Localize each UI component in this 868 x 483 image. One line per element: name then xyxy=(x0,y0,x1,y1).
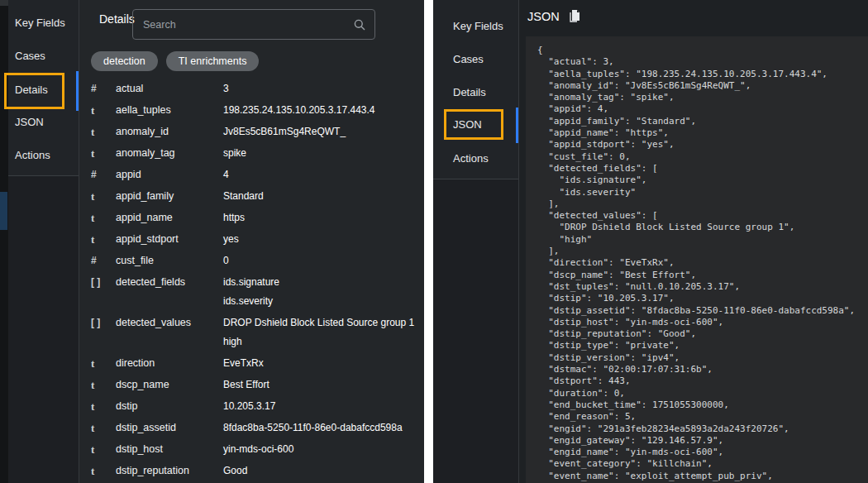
field-row: t appid_stdport yes xyxy=(91,230,424,249)
json-raw-text: { "actual": 3, "aella_tuples": "198.235.… xyxy=(537,45,868,483)
field-row: t dstip_host yin-mds-oci-600 xyxy=(91,440,424,459)
sidebar-item-key-fields[interactable]: Key Fields xyxy=(433,20,538,35)
sidebar-item-details[interactable]: Details xyxy=(433,86,538,101)
field-row: [ ] detected_fields ids.signature ids.se… xyxy=(91,273,424,311)
type-text-icon: t xyxy=(91,144,116,163)
field-name: appid_family xyxy=(116,187,223,206)
json-code-panel[interactable]: { "actual": 3, "aella_tuples": "198.235.… xyxy=(526,36,868,483)
sidebar-lower-area xyxy=(8,176,79,483)
filter-pill-detection[interactable]: detection xyxy=(91,51,158,71)
field-name: dstip xyxy=(116,397,223,416)
filter-pill-ti-enrichments[interactable]: TI enrichments xyxy=(166,51,260,71)
field-row: t dstip_assetid 8fdac8ba-5250-11f0-86e0-… xyxy=(91,418,424,438)
field-name: actual xyxy=(116,79,223,98)
field-row: # cust_file 0 xyxy=(91,251,424,270)
json-panel-title: JSON xyxy=(527,10,560,23)
field-value: DROP Dshield Block Listed Source group 1… xyxy=(223,313,424,351)
field-row: [ ] detected_values DROP Dshield Block L… xyxy=(91,313,424,351)
field-row: t direction EveTxRx xyxy=(91,354,424,373)
search-input[interactable] xyxy=(133,10,374,39)
field-name: anomaly_tag xyxy=(116,144,223,163)
field-name: appid_stdport xyxy=(116,230,223,249)
field-row: t dstip_reputation Good xyxy=(91,461,424,481)
type-number-icon: # xyxy=(91,251,116,270)
field-name: appid xyxy=(116,165,223,184)
field-value: 0 xyxy=(223,251,424,270)
search-box xyxy=(132,9,375,40)
sidebar-item-cases[interactable]: Cases xyxy=(433,53,538,68)
edge-strip-selected-highlight xyxy=(0,192,7,230)
sidebar-item-cases[interactable]: Cases xyxy=(8,50,85,65)
field-value: Best Effort xyxy=(223,375,424,395)
field-row: t aella_tuples 198.235.24.135.10.205.3.1… xyxy=(91,101,424,120)
type-text-icon: t xyxy=(91,208,116,227)
field-value: 10.205.3.17 xyxy=(223,397,424,416)
type-text-icon: t xyxy=(91,101,116,120)
field-name: detected_fields xyxy=(116,273,223,292)
field-name: aella_tuples xyxy=(116,101,223,120)
field-row: t anomaly_tag spike xyxy=(91,144,424,163)
type-array-icon: [ ] xyxy=(91,273,116,292)
field-row: t dstip 10.205.3.17 xyxy=(91,397,424,416)
field-value: 3 xyxy=(223,79,424,98)
filter-pills: detection TI enrichments xyxy=(91,51,259,71)
field-value: yes xyxy=(223,230,424,249)
type-text-icon: t xyxy=(91,354,116,373)
field-value: Good xyxy=(223,461,424,481)
type-text-icon: t xyxy=(91,187,116,206)
field-list: # actual 3 t aella_tuples 198.235.24.135… xyxy=(91,79,424,483)
field-row: # actual 3 xyxy=(91,79,424,98)
details-panel-title: Details xyxy=(99,12,135,26)
field-value: yin-mds-oci-600 xyxy=(223,440,424,459)
sidebar-item-actions[interactable]: Actions xyxy=(433,152,538,167)
field-value: ids.signature ids.severity xyxy=(223,273,424,311)
type-text-icon: t xyxy=(91,440,116,459)
field-value: https xyxy=(223,208,424,227)
field-name: dstip_reputation xyxy=(116,461,223,481)
field-name: appid_name xyxy=(116,208,223,227)
field-value: 4 xyxy=(223,165,424,184)
field-name: anomaly_id xyxy=(116,122,223,141)
field-row: t anomaly_id Jv8Es5cB61mSg4ReQWT_ xyxy=(91,122,424,141)
type-text-icon: t xyxy=(91,375,116,395)
field-value: EveTxRx xyxy=(223,354,424,373)
json-sidebar: Key Fields Cases Details JSON Actions xyxy=(433,0,519,483)
details-panel-window: Key Fields Cases Details JSON Actions De… xyxy=(0,0,424,483)
sidebar-item-key-fields[interactable]: Key Fields xyxy=(8,17,85,31)
type-text-icon: t xyxy=(91,418,116,438)
field-name: dstip_host xyxy=(116,440,223,459)
field-value: spike xyxy=(223,144,424,163)
type-text-icon: t xyxy=(91,461,116,481)
field-value: Jv8Es5cB61mSg4ReQWT_ xyxy=(223,122,424,141)
field-name: direction xyxy=(116,354,223,373)
field-name: dscp_name xyxy=(116,375,223,395)
field-value: Standard xyxy=(223,187,424,206)
type-number-icon: # xyxy=(91,165,116,184)
field-value: 198.235.24.135.10.205.3.17.443.4 xyxy=(223,101,424,120)
sidebar-item-actions[interactable]: Actions xyxy=(8,149,85,164)
field-name: dstip_assetid xyxy=(116,418,223,438)
sidebar-item-details[interactable]: Details xyxy=(8,84,85,98)
field-name: detected_values xyxy=(116,313,223,332)
field-row: t appid_name https xyxy=(91,208,424,227)
sidebar-item-json[interactable]: JSON xyxy=(433,118,538,133)
field-row: # appid 4 xyxy=(91,165,424,184)
field-value: 8fdac8ba-5250-11f0-86e0-dabafccd598a xyxy=(223,418,424,438)
type-text-icon: t xyxy=(91,397,116,416)
type-number-icon: # xyxy=(91,79,116,98)
field-name: cust_file xyxy=(116,251,223,270)
type-array-icon: [ ] xyxy=(91,313,116,332)
details-sidebar: Key Fields Cases Details JSON Actions xyxy=(8,0,79,483)
details-content: Details detection TI enrichments # actua… xyxy=(79,0,424,483)
sidebar-item-json[interactable]: JSON xyxy=(8,116,85,131)
search-icon xyxy=(353,18,366,31)
field-row: t dscp_name Best Effort xyxy=(91,375,424,395)
copy-json-icon[interactable] xyxy=(568,9,581,22)
type-text-icon: t xyxy=(91,122,116,141)
sidebar-lower-area xyxy=(433,179,518,483)
edge-strip-top-mark xyxy=(0,0,8,6)
json-panel-window: Key Fields Cases Details JSON Actions JS… xyxy=(433,0,868,483)
field-row: t appid_family Standard xyxy=(91,187,424,206)
type-text-icon: t xyxy=(91,230,116,249)
